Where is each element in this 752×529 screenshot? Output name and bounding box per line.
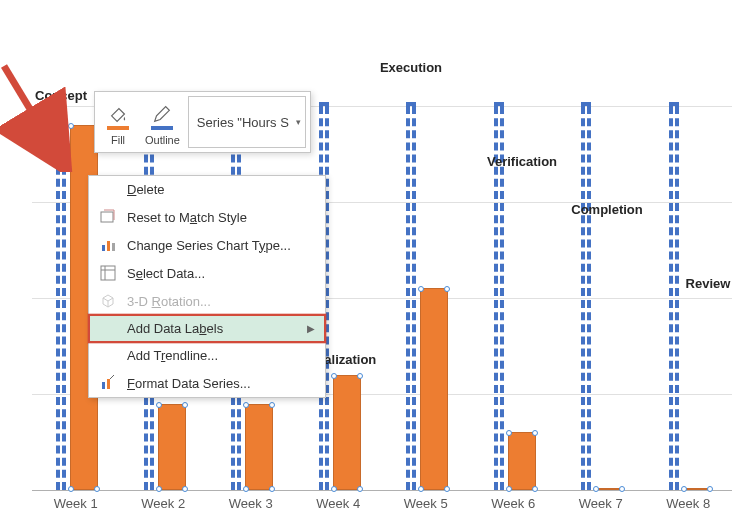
x-tick-label: Week 6	[470, 490, 558, 511]
menu-format-label: Format Data Series...	[127, 376, 315, 391]
svg-rect-1	[101, 212, 113, 222]
menu-delete-label: Delete	[127, 182, 315, 197]
menu-trendline-label: Add Trendline...	[127, 348, 315, 363]
bar-spent[interactable]	[333, 375, 361, 490]
menu-add-trendline[interactable]: Add Trendline...	[89, 342, 325, 369]
menu-select-data-label: Select Data...	[127, 266, 315, 281]
bar-budget[interactable]	[581, 106, 591, 490]
menu-format-series[interactable]: Format Data Series...	[89, 369, 325, 397]
series-selector-text: Series "Hours S	[197, 115, 289, 130]
svg-rect-4	[112, 243, 115, 251]
menu-3d-label: 3-D Rotation...	[127, 294, 315, 309]
x-tick-label: Week 2	[120, 490, 208, 511]
data-label-verification[interactable]: Verification	[462, 154, 582, 169]
menu-add-labels-label: Add Data Labels	[127, 321, 307, 336]
bar-spent[interactable]	[420, 288, 448, 490]
fill-button[interactable]: Fill	[99, 96, 137, 148]
data-label-completion[interactable]: Completion	[547, 202, 667, 217]
select-data-icon	[97, 265, 119, 281]
data-label-review[interactable]: Review	[648, 276, 752, 291]
menu-select-data[interactable]: Select Data...	[89, 259, 325, 287]
paint-bucket-icon	[107, 98, 129, 134]
outline-button[interactable]: Outline	[139, 96, 186, 148]
menu-delete[interactable]: Delete	[89, 176, 325, 203]
submenu-arrow-icon: ▶	[307, 323, 315, 334]
menu-3d-rotation: 3-D Rotation...	[89, 287, 325, 315]
x-tick-label: Week 1	[32, 490, 120, 511]
chart-type-icon	[97, 237, 119, 253]
data-label-execution[interactable]: Execution	[351, 60, 471, 75]
svg-rect-5	[101, 266, 115, 280]
bar-spent[interactable]	[508, 432, 536, 490]
bar-budget[interactable]	[669, 106, 679, 490]
chevron-down-icon: ▾	[296, 117, 301, 127]
x-tick-label: Week 4	[295, 490, 383, 511]
series-selector-dropdown[interactable]: Series "Hours S ▾	[188, 96, 306, 148]
x-tick-label: Week 5	[382, 490, 470, 511]
svg-rect-9	[107, 379, 110, 389]
menu-reset[interactable]: Reset to Match Style	[89, 203, 325, 231]
svg-rect-8	[102, 382, 105, 389]
fill-label: Fill	[111, 134, 125, 146]
menu-reset-label: Reset to Match Style	[127, 210, 315, 225]
svg-rect-3	[107, 241, 110, 251]
mini-toolbar: Fill Outline Series "Hours S ▾	[94, 91, 311, 153]
format-icon	[97, 375, 119, 391]
pen-icon	[151, 98, 173, 134]
x-tick-label: Week 3	[207, 490, 295, 511]
reset-icon	[97, 209, 119, 225]
outline-label: Outline	[145, 134, 180, 146]
x-tick-label: Week 8	[645, 490, 733, 511]
bar-budget[interactable]	[56, 106, 66, 490]
bar-spent[interactable]	[245, 404, 273, 490]
cube-icon	[97, 293, 119, 309]
menu-add-data-labels[interactable]: Add Data Labels ▶	[89, 315, 325, 342]
svg-rect-2	[102, 245, 105, 251]
bar-spent[interactable]	[158, 404, 186, 490]
bar-budget[interactable]	[406, 106, 416, 490]
menu-change-chart-type[interactable]: Change Series Chart Type...	[89, 231, 325, 259]
x-tick-label: Week 7	[557, 490, 645, 511]
menu-change-type-label: Change Series Chart Type...	[127, 238, 315, 253]
context-menu: Delete Reset to Match Style Change Serie…	[88, 175, 326, 398]
